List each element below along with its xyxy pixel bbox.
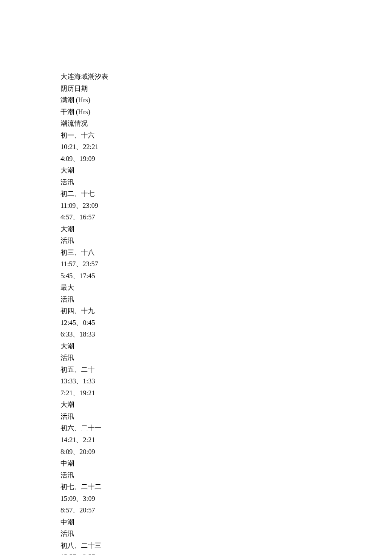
text-line: 活汛	[61, 235, 392, 247]
text-line: 最大	[61, 282, 392, 293]
text-line: 阴历日期	[61, 83, 392, 95]
text-line: 大潮	[61, 340, 392, 352]
text-line: 初五、二十	[61, 364, 392, 376]
text-line: 活汛	[61, 469, 392, 481]
text-line: 14:21、2:21	[61, 434, 392, 446]
text-line: 初六、二十一	[61, 422, 392, 434]
text-line: 大潮	[61, 164, 392, 176]
text-line: 8:57、20:57	[61, 504, 392, 516]
text-line: 大潮	[61, 399, 392, 411]
text-line: 8:09、20:09	[61, 446, 392, 458]
text-line: 初八、二十三	[61, 540, 392, 552]
text-line: 初七、二十二	[61, 481, 392, 493]
text-line: 6:33、18:33	[61, 328, 392, 340]
text-line: 4:09、19:09	[61, 153, 392, 165]
text-line: 15:09、3:09	[61, 493, 392, 505]
text-line: 13:33、1:33	[61, 375, 392, 387]
text-line: 干潮 (Hrs)	[61, 106, 392, 118]
text-line: 15:57、3:57	[61, 551, 392, 555]
text-line: 7:21、19:21	[61, 387, 392, 399]
text-line: 11:57、23:57	[61, 258, 392, 270]
text-line: 满潮 (Hrs)	[61, 94, 392, 106]
text-line: 中潮	[61, 516, 392, 528]
text-line: 活汛	[61, 293, 392, 305]
text-line: 10:21、22:21	[61, 141, 392, 153]
text-line: 初四、十九	[61, 305, 392, 317]
text-line: 活汛	[61, 352, 392, 364]
text-line: 大连海域潮汐表	[61, 71, 392, 83]
text-line: 潮流情况	[61, 118, 392, 129]
text-line: 初二、十七	[61, 188, 392, 200]
text-line: 大潮	[61, 223, 392, 235]
text-line: 12:45、0:45	[61, 317, 392, 329]
text-line: 5:45、17:45	[61, 270, 392, 282]
tide-table-text: 大连海域潮汐表阴历日期满潮 (Hrs)干潮 (Hrs)潮流情况初一、十六10:2…	[61, 71, 392, 555]
text-line: 4:57、16:57	[61, 211, 392, 223]
text-line: 初三、十八	[61, 247, 392, 259]
text-line: 初一、十六	[61, 129, 392, 141]
text-line: 中潮	[61, 457, 392, 469]
text-line: 11:09、23:09	[61, 200, 392, 212]
text-line: 活汛	[61, 411, 392, 423]
text-line: 活汛	[61, 176, 392, 188]
text-line: 活汛	[61, 528, 392, 540]
